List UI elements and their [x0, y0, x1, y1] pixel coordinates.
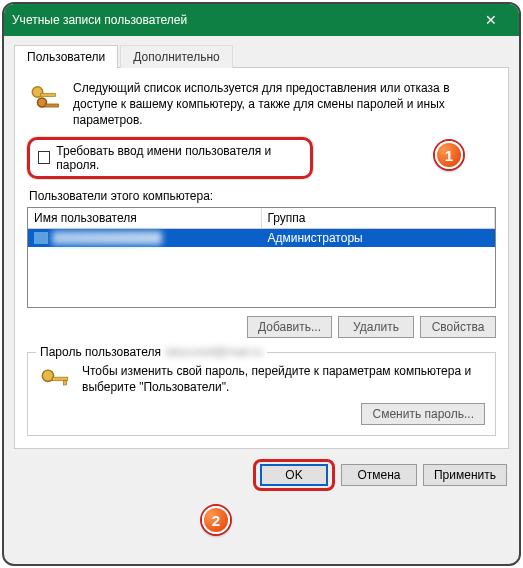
cancel-button[interactable]: Отмена	[341, 464, 417, 486]
change-password-button[interactable]: Сменить пароль...	[361, 403, 485, 425]
pw-legend-prefix: Пароль пользователя	[40, 345, 161, 359]
ok-highlight: OK	[253, 459, 335, 491]
dialog-footer: OK Отмена Применить	[4, 449, 519, 501]
tab-advanced[interactable]: Дополнительно	[120, 45, 232, 68]
password-group: Пароль пользователя obscured@mail.ru Что…	[27, 352, 496, 436]
annotation-badge-2: 2	[202, 506, 230, 534]
group-cell: Администраторы	[262, 229, 496, 247]
require-login-label: Требовать ввод имени пользователя и паро…	[56, 144, 302, 172]
table-row[interactable]: obscured@mail.ru Администраторы	[28, 229, 495, 247]
annotation-badge-1: 1	[435, 141, 463, 169]
remove-button[interactable]: Удалить	[338, 316, 414, 338]
user-list-label: Пользователи этого компьютера:	[29, 189, 496, 203]
svg-rect-3	[45, 104, 59, 107]
svg-rect-5	[52, 377, 68, 381]
properties-button[interactable]: Свойства	[420, 316, 496, 338]
pw-text: Чтобы изменить свой пароль, перейдите к …	[82, 363, 485, 395]
window-title: Учетные записи пользователей	[12, 13, 471, 27]
col-username[interactable]: Имя пользователя	[28, 208, 262, 228]
tab-users[interactable]: Пользователи	[14, 45, 118, 68]
key-icon	[38, 363, 72, 425]
add-button[interactable]: Добавить...	[247, 316, 332, 338]
col-group[interactable]: Группа	[262, 208, 496, 228]
pw-legend-user: obscured@mail.ru	[165, 345, 263, 359]
titlebar: Учетные записи пользователей ✕	[4, 4, 519, 36]
tab-strip: Пользователи Дополнительно	[14, 44, 509, 68]
require-login-row[interactable]: Требовать ввод имени пользователя и паро…	[27, 137, 313, 179]
user-icon	[34, 232, 48, 244]
require-login-checkbox[interactable]	[38, 151, 50, 164]
close-icon[interactable]: ✕	[471, 12, 511, 28]
svg-rect-6	[64, 380, 67, 384]
svg-rect-1	[41, 94, 56, 97]
username-cell: obscured@mail.ru	[52, 231, 162, 245]
intro-text: Следующий список используется для предос…	[73, 80, 496, 129]
keys-icon	[27, 80, 63, 129]
ok-button[interactable]: OK	[260, 464, 328, 486]
users-panel: Следующий список используется для предос…	[14, 68, 509, 449]
apply-button[interactable]: Применить	[423, 464, 507, 486]
user-table: Имя пользователя Группа obscured@mail.ru…	[27, 207, 496, 308]
